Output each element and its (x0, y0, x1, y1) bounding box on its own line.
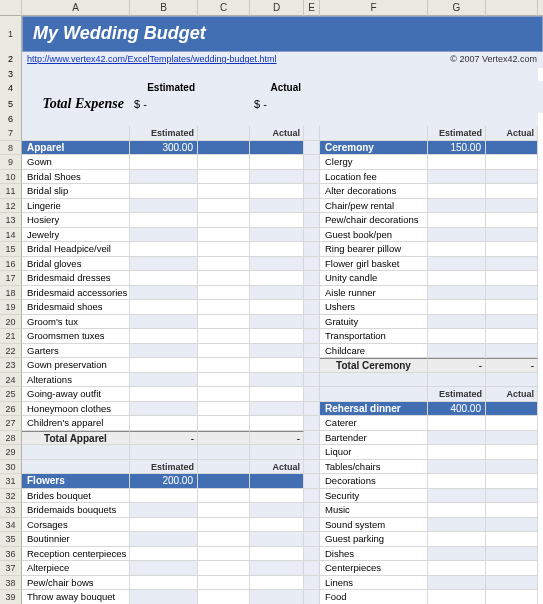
corner (0, 0, 22, 16)
flowers-item[interactable]: Brides bouquet (22, 489, 130, 504)
ceremony-total-est: - (428, 358, 486, 373)
row-34[interactable]: 34 (0, 518, 22, 533)
row-27[interactable]: 27 (0, 416, 22, 431)
row-32[interactable]: 32 (0, 489, 22, 504)
row-16[interactable]: 16 (0, 257, 22, 272)
rehearsal-item[interactable]: Caterer (320, 416, 428, 431)
flowers-item[interactable]: Bridemaids bouquets (22, 503, 130, 518)
flowers-item[interactable]: Boutinnier (22, 532, 130, 547)
row-30[interactable]: 30 (0, 460, 22, 475)
row-25[interactable]: 25 (0, 387, 22, 402)
rehearsal-item[interactable]: Bartender (320, 431, 428, 446)
row-23[interactable]: 23 (0, 358, 22, 373)
row-2[interactable]: 2 (0, 52, 22, 68)
ceremony-item: Unity candle (320, 271, 428, 286)
row-35[interactable]: 35 (0, 532, 22, 547)
rehearsal-item[interactable]: Sound system (320, 518, 428, 533)
ceremony-budget[interactable]: 150.00 (428, 141, 486, 156)
row-28[interactable]: 28 (0, 431, 22, 446)
row-5[interactable]: 5 (0, 96, 22, 113)
flowers-item[interactable]: Pew/chair bows (22, 576, 130, 591)
col-d[interactable]: D (250, 0, 304, 16)
total-expense-label: Total Expense (22, 96, 130, 113)
row-4[interactable]: 4 (0, 81, 22, 97)
row-17[interactable]: 17 (0, 271, 22, 286)
rehearsal-item[interactable]: Centerpieces (320, 561, 428, 576)
row-15[interactable]: 15 (0, 242, 22, 257)
row-37[interactable]: 37 (0, 561, 22, 576)
ceremony-item: Flower girl basket (320, 257, 428, 272)
row-14[interactable]: 14 (0, 228, 22, 243)
rehearsal-item[interactable]: Decorations (320, 474, 428, 489)
col-a[interactable]: A (22, 0, 130, 16)
apparel-item: Garters (22, 344, 130, 359)
apparel-item[interactable]: Children's apparel (22, 416, 130, 431)
rehearsal-item[interactable]: Liquor (320, 445, 428, 460)
flowers-budget[interactable]: 200.00 (130, 474, 198, 489)
row-12[interactable]: 12 (0, 199, 22, 214)
apparel-est-hdr: Estimated (130, 126, 198, 141)
row-6[interactable]: 6 (0, 112, 22, 128)
row-9[interactable]: 9 (0, 155, 22, 170)
row-21[interactable]: 21 (0, 329, 22, 344)
apparel-item: Jewelry (22, 228, 130, 243)
total-expense-est[interactable]: $ - (130, 96, 198, 113)
row-22[interactable]: 22 (0, 344, 22, 359)
rehearsal-item[interactable]: Guest parking (320, 532, 428, 547)
row-20[interactable]: 20 (0, 315, 22, 330)
col-b[interactable]: B (130, 0, 198, 16)
rehearsal-item[interactable]: Linens (320, 576, 428, 591)
row-8[interactable]: 8 (0, 141, 22, 156)
source-link[interactable]: http://www.vertex42.com/ExcelTemplates/w… (22, 52, 322, 68)
apparel-total-label: Total Apparel (22, 431, 130, 446)
row-26[interactable]: 26 (0, 402, 22, 417)
apparel-item[interactable]: Alterations (22, 373, 130, 388)
flowers-item[interactable]: Reception centerpieces (22, 547, 130, 562)
rehearsal-item[interactable]: Music (320, 503, 428, 518)
apparel-item: Groom's tux (22, 315, 130, 330)
row-13[interactable]: 13 (0, 213, 22, 228)
row-11[interactable]: 11 (0, 184, 22, 199)
summary-est-header: Estimated (130, 81, 198, 97)
apparel-item[interactable]: Honeymoon clothes (22, 402, 130, 417)
apparel-budget[interactable]: 300.00 (130, 141, 198, 156)
row-33[interactable]: 33 (0, 503, 22, 518)
apparel-item: Bridesmaid shoes (22, 300, 130, 315)
row-31[interactable]: 31 (0, 474, 22, 489)
rehearsal-budget[interactable]: 400.00 (428, 402, 486, 417)
total-expense-act[interactable]: $ - (250, 96, 304, 113)
row-29[interactable]: 29 (0, 445, 22, 460)
row-19[interactable]: 19 (0, 300, 22, 315)
apparel-item[interactable]: Going-away outfit (22, 387, 130, 402)
ceremony-total-label: Total Ceremony (320, 358, 428, 373)
row-39[interactable]: 39 (0, 590, 22, 604)
apparel-item: Bridesmaid dresses (22, 271, 130, 286)
flowers-item[interactable]: Corsages (22, 518, 130, 533)
col-e[interactable]: E (304, 0, 320, 16)
ceremony-item: Chair/pew rental (320, 199, 428, 214)
row-10[interactable]: 10 (0, 170, 22, 185)
row-1[interactable]: 1 (0, 16, 22, 53)
row-7[interactable]: 7 (0, 126, 22, 141)
rehearsal-item[interactable]: Security (320, 489, 428, 504)
row-3[interactable]: 3 (0, 67, 22, 83)
row-24[interactable]: 24 (0, 373, 22, 388)
rehearsal-est-hdr: Estimated (428, 387, 486, 402)
flowers-act-hdr: Actual (250, 460, 304, 475)
col-f[interactable]: F (320, 0, 428, 16)
ceremony-item: Location fee (320, 170, 428, 185)
ceremony-act-hdr: Actual (486, 126, 538, 141)
row-36[interactable]: 36 (0, 547, 22, 562)
flowers-item[interactable]: Throw away bouquet (22, 590, 130, 604)
col-g[interactable]: G (428, 0, 486, 16)
rehearsal-item[interactable]: Food (320, 590, 428, 604)
flowers-item[interactable]: Alterpiece (22, 561, 130, 576)
rehearsal-item[interactable]: Dishes (320, 547, 428, 562)
row-18[interactable]: 18 (0, 286, 22, 301)
col-c[interactable]: C (198, 0, 250, 16)
apparel-item: Hosiery (22, 213, 130, 228)
rehearsal-header: Rehersal dinner (320, 402, 428, 417)
rehearsal-item[interactable]: Tables/chairs (320, 460, 428, 475)
row-38[interactable]: 38 (0, 576, 22, 591)
apparel-item: Bridal Headpice/veil (22, 242, 130, 257)
